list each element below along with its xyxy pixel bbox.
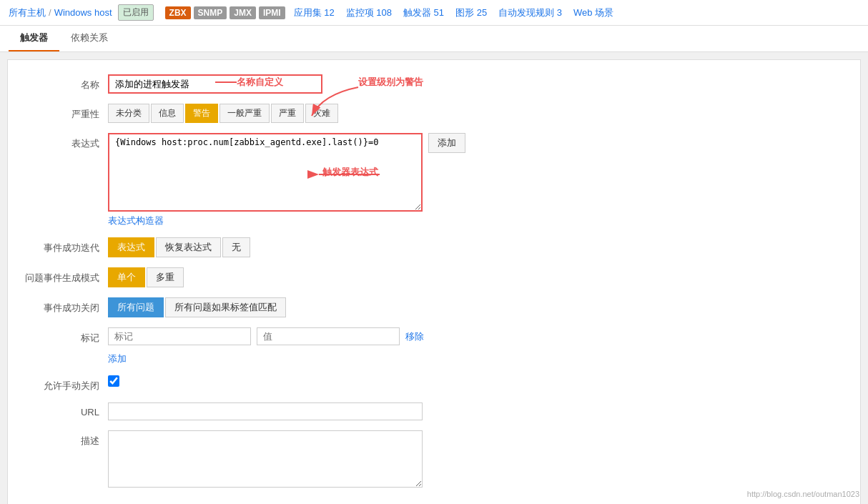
form-row-enabled: 已启用 — [22, 500, 846, 504]
label-url: URL — [22, 402, 108, 417]
form-row-expression: 表达式 {Windows host:proc.num[zabbix_agentd… — [22, 133, 846, 227]
label-recovery: 事件成功迭代 — [22, 237, 108, 255]
label-expression: 表达式 — [22, 133, 108, 150]
content-manual-close — [108, 375, 846, 387]
content-desc — [108, 430, 846, 490]
label-generation: 问题事件生成模式 — [22, 267, 108, 285]
manual-close-checkbox[interactable] — [108, 375, 119, 387]
close-btn-tag-match[interactable]: 所有问题如果标签值匹配 — [165, 297, 286, 317]
breadcrumb-current-host[interactable]: Windows host — [54, 7, 112, 18]
add-tag-link[interactable]: 添加 — [108, 352, 127, 365]
label-desc: 描述 — [22, 430, 108, 448]
recovery-btn-expression[interactable]: 表达式 — [108, 237, 154, 257]
form-row-url: URL — [22, 402, 846, 420]
sev-btn-disaster[interactable]: 灾难 — [305, 104, 338, 123]
breadcrumb-separator: / — [49, 7, 51, 18]
name-input[interactable] — [108, 74, 322, 94]
tab-triggers[interactable]: 触发器 — [9, 26, 59, 51]
content-generation: 单个 多重 — [108, 267, 846, 287]
form-row-severity: 严重性 未分类 信息 警告 一般严重 严重 灾难 — [22, 104, 846, 123]
label-close: 事件成功关闭 — [22, 297, 108, 315]
constructor-link[interactable]: 表达式构造器 — [108, 214, 164, 227]
sev-btn-unclassified[interactable]: 未分类 — [108, 104, 149, 123]
sev-btn-warning[interactable]: 警告 — [185, 104, 218, 123]
nav-link-applications[interactable]: 应用集 12 — [291, 5, 337, 21]
badge-jmx: JMX — [230, 6, 256, 19]
label-enabled-spacer — [22, 500, 108, 504]
url-input[interactable] — [108, 402, 423, 420]
form-row-close: 事件成功关闭 所有问题 所有问题如果标签值匹配 — [22, 297, 846, 317]
breadcrumb-all-hosts[interactable]: 所有主机 — [9, 6, 46, 19]
form-row-tags: 标记 移除 添加 — [22, 327, 846, 365]
badge-zbx: ZBX — [165, 6, 191, 19]
add-expression-button[interactable]: 添加 — [428, 133, 465, 153]
nav-link-graphs[interactable]: 图形 25 — [453, 5, 490, 21]
badge-snmp: SNMP — [194, 6, 227, 19]
form-row-generation: 问题事件生成模式 单个 多重 — [22, 267, 846, 287]
sev-btn-high[interactable]: 严重 — [271, 104, 304, 123]
generation-btn-multiple[interactable]: 多重 — [147, 267, 184, 287]
tab-bar: 触发器 依赖关系 — [0, 26, 868, 52]
expression-input[interactable]: {Windows host:proc.num[zabbix_agentd.exe… — [108, 133, 423, 212]
form-row-recovery: 事件成功迭代 表达式 恢复表达式 无 — [22, 237, 846, 257]
recovery-btn-recovery-expression[interactable]: 恢复表达式 — [156, 237, 221, 257]
tab-dependencies[interactable]: 依赖关系 — [59, 26, 119, 51]
watermark: http://blog.csdn.net/outman1023 — [747, 490, 859, 498]
generation-btn-single[interactable]: 单个 — [108, 267, 145, 287]
label-manual-close: 允许手动关闭 — [22, 375, 108, 392]
desc-textarea[interactable] — [108, 430, 423, 488]
nav-link-triggers[interactable]: 触发器 51 — [400, 5, 447, 21]
nav-link-items[interactable]: 监控项 108 — [343, 5, 395, 21]
content-url — [108, 402, 846, 420]
breadcrumb: 所有主机 / Windows host — [9, 6, 112, 19]
status-badge: 已启用 — [118, 4, 154, 21]
tags-input-row: 移除 — [108, 327, 846, 345]
content-enabled: 已启用 — [108, 500, 846, 504]
tag-name-input[interactable] — [108, 327, 251, 345]
content-tags: 移除 添加 — [108, 327, 846, 365]
content-expression: {Windows host:proc.num[zabbix_agentd.exe… — [108, 133, 846, 227]
main-content: 名称自定义 设置级别为警告 触发器表达式 名称 — [7, 59, 861, 504]
close-toggle-group: 所有问题 所有问题如果标签值匹配 — [108, 297, 846, 317]
recovery-btn-none[interactable]: 无 — [222, 237, 250, 257]
label-severity: 严重性 — [22, 104, 108, 121]
label-name: 名称 — [22, 74, 108, 92]
expression-row: {Windows host:proc.num[zabbix_agentd.exe… — [108, 133, 846, 212]
content-severity: 未分类 信息 警告 一般严重 严重 灾难 — [108, 104, 846, 123]
content-recovery: 表达式 恢复表达式 无 — [108, 237, 846, 257]
close-btn-all[interactable]: 所有问题 — [108, 297, 164, 317]
form-row-name: 名称 — [22, 74, 846, 94]
manual-close-checkbox-row — [108, 375, 846, 387]
form-row-desc: 描述 — [22, 430, 846, 490]
recovery-toggle-group: 表达式 恢复表达式 无 — [108, 237, 846, 257]
severity-buttons: 未分类 信息 警告 一般严重 严重 灾难 — [108, 104, 846, 123]
form-row-manual-close: 允许手动关闭 — [22, 375, 846, 392]
generation-toggle-group: 单个 多重 — [108, 267, 846, 287]
content-close: 所有问题 所有问题如果标签值匹配 — [108, 297, 846, 317]
badge-ipmi: IPMI — [259, 6, 285, 19]
label-tags: 标记 — [22, 327, 108, 345]
content-name — [108, 74, 846, 94]
nav-link-discovery[interactable]: 自动发现规则 3 — [495, 5, 565, 21]
top-nav: 所有主机 / Windows host 已启用 ZBX SNMP JMX IPM… — [0, 0, 868, 26]
sev-btn-info[interactable]: 信息 — [151, 104, 184, 123]
nav-link-web[interactable]: Web 场景 — [571, 5, 616, 21]
tag-value-input[interactable] — [257, 327, 400, 345]
nav-badges: ZBX SNMP JMX IPMI — [165, 6, 285, 19]
sev-btn-average[interactable]: 一般严重 — [220, 104, 270, 123]
remove-tag-link[interactable]: 移除 — [405, 330, 424, 343]
